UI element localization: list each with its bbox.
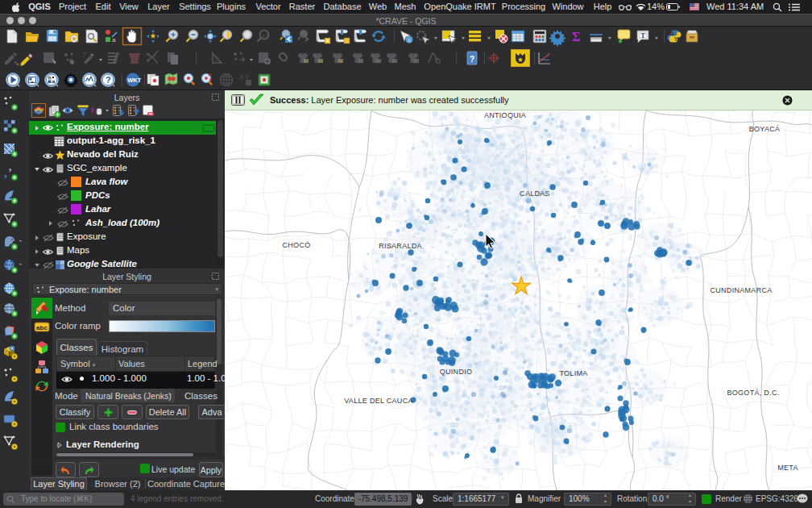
- svg-text:,: ,: [4, 166, 7, 179]
- svg-text:QUINDIO: QUINDIO: [440, 368, 473, 376]
- svg-text:abc: abc: [36, 324, 48, 331]
- svg-text:RISARALDA: RISARALDA: [379, 242, 422, 250]
- svg-text:Σ: Σ: [572, 30, 580, 44]
- svg-text:T: T: [641, 32, 646, 40]
- svg-text:CUNDINAMARCA: CUNDINAMARCA: [710, 286, 772, 294]
- svg-text:CALDAS: CALDAS: [520, 189, 550, 198]
- svg-text:TOLIMA: TOLIMA: [559, 369, 587, 377]
- svg-text:BOGOTÁ, D.C.: BOGOTÁ, D.C.: [727, 389, 779, 397]
- svg-text:?: ?: [470, 55, 474, 64]
- svg-text:?: ?: [106, 75, 111, 85]
- svg-text:ANTIOQUIA: ANTIOQUIA: [484, 111, 526, 119]
- svg-text:a: a: [112, 36, 116, 44]
- svg-text:CHOCÓ: CHOCÓ: [283, 241, 311, 249]
- svg-text:ε: ε: [91, 105, 95, 114]
- svg-text:WKT: WKT: [127, 77, 141, 84]
- svg-text:X,Y: X,Y: [239, 73, 249, 81]
- svg-text:i: i: [408, 37, 410, 44]
- svg-text:BOYACÁ: BOYACÁ: [749, 125, 781, 133]
- svg-text:META: META: [777, 464, 798, 472]
- svg-text:1:1: 1:1: [262, 33, 269, 38]
- svg-text:✱: ✱: [70, 60, 75, 65]
- svg-text:VALLE DEL CAUCA: VALLE DEL CAUCA: [344, 397, 413, 405]
